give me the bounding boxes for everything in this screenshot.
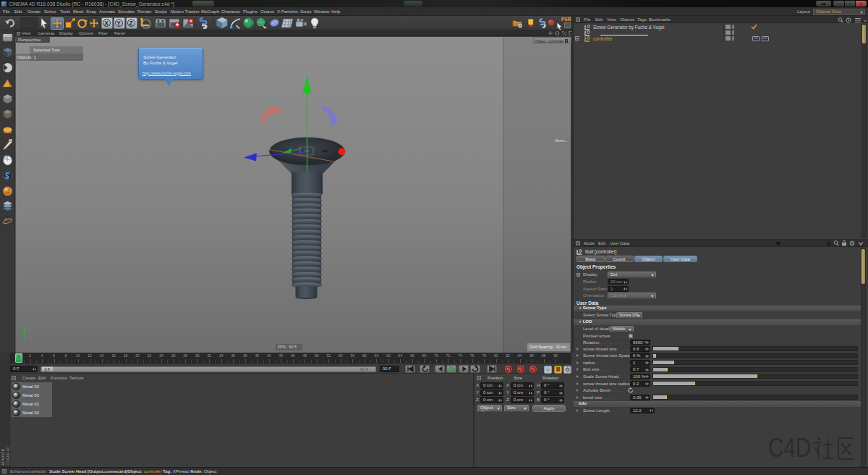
svg-text:MAXON: MAXON (1, 448, 5, 465)
svg-text:CINEMA 4D: CINEMA 4D (7, 447, 10, 465)
